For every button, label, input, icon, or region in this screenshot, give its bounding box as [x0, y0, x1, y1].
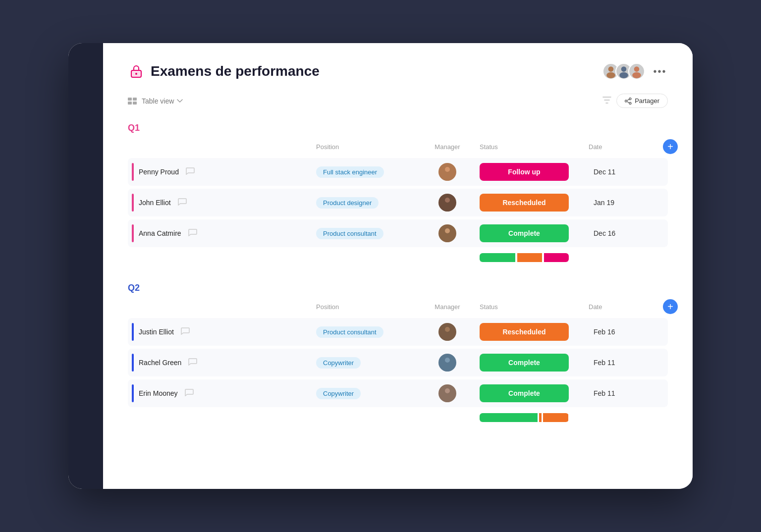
view-selector-label: Table view [142, 97, 174, 105]
row-name-cell: Erin Mooney [128, 384, 316, 402]
q2-progress-row [128, 410, 668, 423]
row-indicator [132, 194, 134, 212]
svg-point-26 [445, 228, 450, 233]
q2-add-button[interactable]: + [663, 299, 678, 314]
position-badge: Copywriter [316, 357, 361, 369]
q2-col-position: Position [316, 303, 415, 311]
position-cell: Copywriter [316, 357, 415, 369]
share-label: Partager [635, 97, 659, 105]
progress-segment-green [480, 413, 538, 422]
manager-avatar [438, 384, 456, 402]
svg-point-35 [445, 388, 450, 393]
date-cell: Feb 11 [589, 389, 663, 397]
comment-icon[interactable] [186, 167, 195, 177]
share-icon [625, 98, 632, 105]
row-name: John Elliot [139, 199, 171, 207]
table-row: Rachel Green Copywriter Complete Feb 11 [128, 349, 668, 376]
q2-section: Q2 Position Manager Status Date + Justin… [128, 283, 668, 423]
svg-point-3 [608, 66, 614, 72]
position-badge: Product consultant [316, 228, 383, 239]
avatar-3 [628, 63, 645, 80]
progress-segment-orange [517, 253, 542, 262]
row-indicator [132, 163, 134, 181]
comment-icon[interactable] [181, 327, 190, 337]
progress-segment-green [480, 253, 515, 262]
row-name-cell: John Elliot [128, 194, 316, 212]
svg-point-6 [619, 72, 628, 78]
svg-point-8 [632, 72, 641, 78]
svg-point-34 [441, 394, 453, 402]
svg-point-32 [445, 358, 450, 363]
svg-point-13 [629, 98, 631, 100]
progress-segment-orange2 [543, 413, 568, 422]
progress-segment-orange [539, 413, 542, 422]
q1-add-button[interactable]: + [663, 139, 678, 154]
svg-line-17 [627, 102, 630, 103]
status-badge: Complete [480, 224, 569, 242]
svg-line-16 [627, 99, 630, 101]
row-indicator [132, 224, 134, 242]
comment-icon[interactable] [188, 228, 197, 238]
chevron-down-icon [177, 99, 183, 103]
position-cell: Product consultant [316, 326, 415, 338]
row-name: Erin Mooney [139, 389, 178, 397]
manager-cell [415, 194, 480, 212]
view-selector[interactable]: Table view [128, 97, 185, 105]
svg-point-7 [634, 66, 640, 72]
svg-point-19 [441, 173, 453, 181]
row-name: Penny Proud [139, 168, 179, 176]
row-indicator [132, 323, 134, 341]
manager-avatar [438, 163, 456, 181]
position-badge: Product consultant [316, 326, 383, 338]
q1-col-position: Position [316, 143, 415, 151]
svg-point-31 [441, 364, 453, 372]
row-name-cell: Anna Catmire [128, 224, 316, 242]
status-badge: Complete [480, 354, 569, 372]
row-name: Rachel Green [139, 359, 181, 367]
more-menu-button[interactable]: ••• [652, 63, 668, 79]
more-dots-icon: ••• [653, 66, 666, 77]
table-row: Erin Mooney Copywriter Complete Feb 11 [128, 379, 668, 407]
row-name: Justin Elliot [139, 328, 174, 336]
svg-rect-9 [128, 98, 132, 101]
q1-column-headers: Position Manager Status Date + [128, 139, 668, 158]
svg-point-15 [629, 102, 631, 104]
svg-rect-12 [133, 102, 137, 105]
svg-rect-11 [128, 102, 132, 105]
svg-point-25 [441, 234, 453, 242]
row-name-cell: Penny Proud [128, 163, 316, 181]
position-badge: Copywriter [316, 388, 361, 399]
progress-segment-pink [544, 253, 569, 262]
q2-progress-bar [480, 413, 569, 422]
q2-label: Q2 [128, 283, 668, 293]
q1-progress-bar [480, 253, 569, 262]
comment-icon[interactable] [188, 358, 197, 368]
comment-icon[interactable] [178, 198, 187, 208]
date-cell: Dec 11 [589, 168, 663, 176]
position-badge: Product designer [316, 197, 379, 209]
q1-col-date: Date [589, 143, 663, 151]
avatar-group [602, 63, 645, 80]
status-cell: Follow up [480, 163, 589, 181]
comment-icon[interactable] [185, 388, 194, 398]
status-cell: Complete [480, 384, 589, 402]
q1-col-status: Status [480, 143, 589, 151]
table-row: Penny Proud Full stack engineer Follow u… [128, 158, 668, 186]
page-title: Examens de performance [151, 63, 320, 79]
svg-point-2 [135, 73, 137, 75]
q2-col-manager: Manager [415, 303, 480, 311]
q2-col-date: Date [589, 303, 663, 311]
filter-icon[interactable] [602, 97, 611, 106]
table-row: John Elliot Product designer Rescheduled [128, 189, 668, 216]
q1-label: Q1 [128, 123, 668, 133]
svg-point-14 [625, 100, 627, 102]
date-cell: Feb 16 [589, 328, 663, 336]
status-badge: Rescheduled [480, 194, 569, 212]
share-button[interactable]: Partager [616, 94, 668, 108]
status-badge: Complete [480, 384, 569, 402]
row-name-cell: Rachel Green [128, 354, 316, 372]
svg-point-29 [445, 327, 450, 332]
svg-point-20 [445, 167, 450, 172]
status-badge: Follow up [480, 163, 569, 181]
status-cell: Rescheduled [480, 194, 589, 212]
